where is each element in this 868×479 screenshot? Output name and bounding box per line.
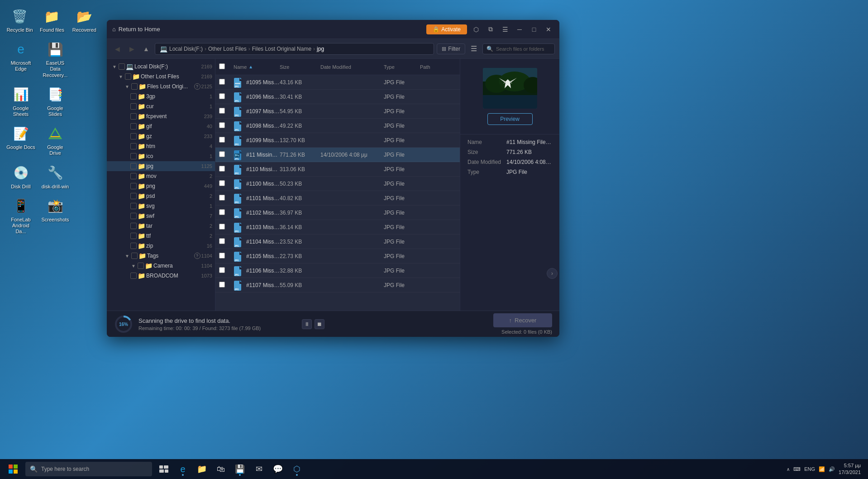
sidebar-checkbox[interactable] [130,193,137,199]
table-row[interactable]: JPG #1096 Missing Filename File.jpg 30.4… [215,90,460,104]
taskbar-app[interactable]: ⬡ [288,461,306,477]
sidebar-item-fcpevent[interactable]: 📁 fcpevent 239 [107,111,215,121]
sidebar-item-gz[interactable]: 📁 gz 233 [107,131,215,141]
row-checkbox[interactable] [219,180,234,188]
row-checkbox[interactable] [219,151,234,159]
activate-button[interactable]: 🔒 Activate [426,24,467,34]
table-row[interactable]: JPG #1095 Missing Filename File.jpg 43.1… [215,75,460,90]
sidebar-item-ico[interactable]: 📁 ico 1 [107,151,215,161]
row-checkbox[interactable] [219,267,234,275]
desktop-icon-easeus[interactable]: 💾 EaseUS Data Recovery... [39,38,72,81]
taskbar-explorer[interactable]: 📁 [193,461,211,477]
table-row[interactable]: JPG #1097 Missing Filename File.jpg 54.9… [215,104,460,119]
sidebar-checkbox[interactable] [130,123,137,129]
taskbar-search[interactable]: 🔍 Type here to search [25,462,152,476]
desktop-icon-recovered[interactable]: 📂 Recovered [69,5,100,36]
sidebar-checkbox[interactable] [130,203,137,209]
taskbar-store[interactable]: 🛍 [212,461,230,477]
sidebar-checkbox[interactable] [131,253,138,259]
sidebar-checkbox[interactable] [130,113,137,120]
sidebar-item-3gp[interactable]: 📁 3gp 1 [107,91,215,101]
stop-button[interactable]: ⏹ [315,319,324,329]
desktop-icon-disk-drill-win[interactable]: 🔧 disk-drill-win [39,161,72,192]
table-row[interactable]: JPG #1098 Missing Filename File.jpg 49.2… [215,119,460,133]
row-checkbox[interactable] [219,194,234,202]
sidebar-item-psd[interactable]: 📁 psd 2 [107,191,215,201]
sidebar-checkbox[interactable] [119,63,125,70]
sidebar-checkbox[interactable] [130,233,137,239]
sidebar-item-cur[interactable]: 📁 cur 1 [107,101,215,111]
row-checkbox[interactable] [219,223,234,231]
header-path[interactable]: Path [420,64,456,70]
sidebar-item-tar[interactable]: 📁 tar 2 [107,221,215,231]
forward-button[interactable]: ▶ [126,43,138,55]
maximize-button[interactable]: □ [529,24,539,35]
row-checkbox[interactable] [219,122,234,130]
sidebar-item-ttf[interactable]: 📁 ttf 2 [107,231,215,241]
share-button[interactable]: ⬡ [471,24,482,35]
sidebar-item-zip[interactable]: 📁 zip 16 [107,241,215,251]
breadcrumb-item-3[interactable]: jpg [317,46,324,52]
table-row[interactable]: JPG #11 Missing Filename File.jpg 771.26… [215,148,460,162]
taskview-button[interactable] [155,461,173,477]
sidebar-checkbox[interactable] [130,223,137,229]
back-button[interactable]: ◀ [111,43,123,55]
row-checkbox[interactable] [219,93,234,101]
sidebar-checkbox[interactable] [125,73,131,80]
header-date[interactable]: Date Modified [320,64,384,70]
sidebar-checkbox[interactable] [130,103,137,110]
sidebar-checkbox[interactable] [130,213,137,219]
desktop-icon-google-drive[interactable]: Google Drive [39,122,72,159]
sidebar-checkbox[interactable] [130,273,137,279]
taskbar-edge[interactable]: e [174,461,192,477]
desktop-icon-fonelab[interactable]: 📱 FoneLab Android Da... [5,194,37,238]
sidebar-checkbox[interactable] [130,173,137,179]
row-checkbox[interactable] [219,107,234,115]
header-size[interactable]: Size [280,64,320,70]
sidebar-item-jpg[interactable]: 📁 jpg 1125 [107,161,215,171]
sidebar-checkbox[interactable] [130,133,137,139]
row-checkbox[interactable] [219,165,234,173]
sidebar-checkbox[interactable] [138,263,144,269]
table-row[interactable]: JPG #1101 Missing Filename File.jpg 40.8… [215,191,460,206]
table-row[interactable]: JPG #1099 Missing Filename File.jpg 132.… [215,133,460,148]
sidebar-item-tags[interactable]: ▼ 📁 Tags ? 1104 [107,251,215,261]
table-row[interactable]: JPG #1102 Missing Filename File.jpg 36.9… [215,206,460,220]
taskbar-easeus[interactable]: 💾 [231,461,249,477]
desktop-icon-found-files[interactable]: 📁 Found files [37,5,67,36]
sidebar-checkbox[interactable] [130,183,137,189]
table-row[interactable]: JPG #1105 Missing Filename File.jpg 22.7… [215,249,460,263]
sidebar-checkbox[interactable] [130,153,137,159]
sidebar-item-png[interactable]: 📁 png 449 [107,181,215,191]
taskbar-skype[interactable]: 💬 [269,461,287,477]
tray-arrow[interactable]: ∧ [787,467,790,472]
expand-panel-button[interactable]: › [547,268,558,279]
breadcrumb-item-2[interactable]: Files Lost Original Name [252,46,311,52]
table-row[interactable]: JPG #1100 Missing Filename File.jpg 50.2… [215,177,460,191]
table-row[interactable]: JPG #1103 Missing Filename File.jpg 36.1… [215,220,460,235]
table-row[interactable]: JPG #110 Missing Filename File.jpg 313.0… [215,162,460,177]
row-checkbox[interactable] [219,78,234,86]
desktop-icon-google-sheets[interactable]: 📊 Google Sheets [5,83,37,120]
menu-button[interactable]: ☰ [500,24,510,35]
header-type[interactable]: Type [384,64,420,70]
table-row[interactable]: JPG #1107 Missing Filename File.jpg 55.0… [215,278,460,292]
row-checkbox[interactable] [219,209,234,217]
row-checkbox[interactable] [219,252,234,260]
desktop-icon-ms-edge[interactable]: e Microsoft Edge [5,38,37,81]
sidebar-checkbox[interactable] [130,143,137,149]
table-row[interactable]: JPG #1104 Missing Filename File.jpg 23.5… [215,235,460,249]
taskbar-mail[interactable]: ✉ [250,461,268,477]
close-button[interactable]: ✕ [543,24,554,35]
row-checkbox[interactable] [219,238,234,246]
sidebar-checkbox[interactable] [130,163,137,169]
minimize-button[interactable]: ─ [514,24,525,35]
sidebar-item-htm[interactable]: 📁 htm 4 [107,141,215,151]
select-all-checkbox[interactable] [219,63,234,71]
desktop-icon-google-slides[interactable]: 📑 Google Slides [39,83,72,120]
filter-button[interactable]: ⊞ Filter [437,43,465,54]
sidebar-item-gif[interactable]: 📁 gif 40 [107,121,215,131]
sidebar-checkbox[interactable] [131,83,138,90]
sidebar-item-local-disk[interactable]: ▼ 💻 Local Disk(F:) 2169 [107,62,215,72]
preview-button[interactable]: Preview [487,113,533,125]
